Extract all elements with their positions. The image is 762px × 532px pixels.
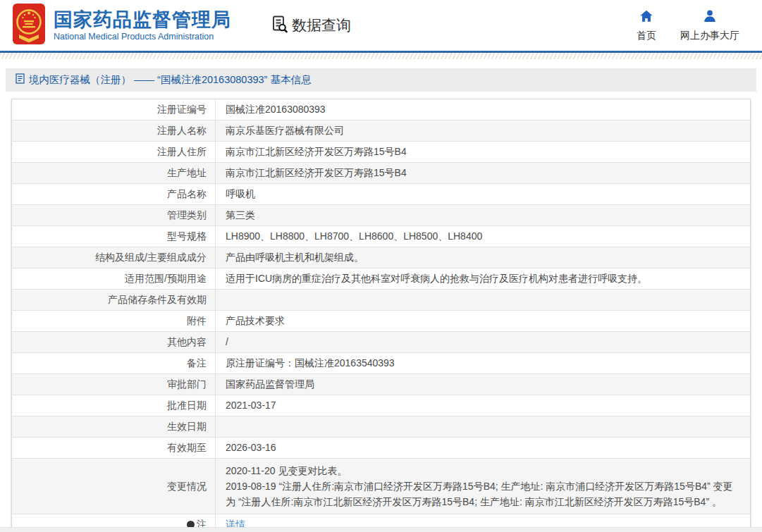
row-value: 适用于ICU病房的重症治疗及其他科室对呼衰病人的抢救与治疗及医疗机构对患者进行呼… [216, 268, 751, 290]
table-row: 产品名称 呼吸机 [12, 184, 751, 205]
table-row: 注册证编号 国械注准20163080393 [12, 99, 751, 120]
row-value: 第三类 [216, 205, 751, 226]
table-row: 产品储存条件及有效期 [12, 290, 751, 311]
table-row: 适用范围/预期用途 适用于ICU病房的重症治疗及其他科室对呼衰病人的抢救与治疗及… [12, 268, 751, 290]
data-query-icon [270, 15, 289, 37]
nav-home[interactable]: 首页 [637, 8, 656, 42]
table-row: 附件 产品技术要求 [12, 311, 751, 332]
row-value [216, 290, 751, 311]
row-value: 呼吸机 [216, 184, 751, 205]
row-label: 管理类别 [167, 209, 207, 221]
row-value: 南京市江北新区经济开发区万寿路15号B4 [216, 163, 751, 184]
row-label: 结构及组成/主要组成成分 [95, 252, 207, 263]
table-row: 注册人住所 南京市江北新区经济开发区万寿路15号B4 [12, 142, 751, 163]
row-value: / [216, 332, 751, 353]
row-value: 南京乐基医疗器械有限公司 [216, 120, 751, 142]
registration-info-table-wrap: 注册证编号 国械注准20163080393 注册人名称 南京乐基医疗器械有限公司… [11, 99, 751, 532]
table-row: 其他内容 / [12, 332, 751, 353]
row-label: 生效日期 [167, 421, 207, 432]
table-row: 注册人名称 南京乐基医疗器械有限公司 [12, 120, 751, 142]
row-value: 2020-11-20 见变更对比表。 2019-08-19 “注册人住所:南京市… [216, 459, 751, 514]
row-label: 备注 [187, 357, 207, 369]
agency-title-cn: 国家药品监督管理局 [54, 9, 231, 30]
table-row: 备注 原注册证编号：国械注准20163540393 [12, 353, 751, 374]
row-value: 国械注准20163080393 [216, 99, 751, 120]
table-row: 批准日期 2021-03-17 [12, 395, 751, 416]
decorative-stripe-band [0, 53, 762, 59]
row-label: 其他内容 [167, 336, 207, 347]
row-value: 产品技术要求 [216, 311, 751, 332]
row-label: 产品名称 [167, 188, 207, 199]
row-label: 批准日期 [167, 400, 207, 411]
row-label: 审批部门 [167, 378, 207, 390]
row-label: 适用范围/预期用途 [125, 273, 207, 284]
footer-strip [0, 527, 762, 532]
row-label: 注册人住所 [157, 146, 207, 157]
row-value: 产品由呼吸机主机和机架组成。 [216, 247, 751, 268]
header-nav: 首页 网上办事大厅 [637, 8, 739, 42]
row-value: 2026-03-16 [216, 438, 751, 459]
table-row: 结构及组成/主要组成成分 产品由呼吸机主机和机架组成。 [12, 247, 751, 268]
row-value: 原注册证编号：国械注准20163540393 [216, 353, 751, 374]
row-label: 产品储存条件及有效期 [108, 294, 207, 305]
header: 国家药品监督管理局 National Medical Products Admi… [0, 0, 762, 53]
user-icon [702, 8, 718, 27]
table-row: 有效期至 2026-03-16 [12, 438, 751, 459]
table-row: 生效日期 [12, 416, 751, 438]
row-value [216, 416, 751, 438]
agency-logo: 国家药品监督管理局 National Medical Products Admi… [13, 4, 231, 47]
nav-service-hall[interactable]: 网上办事大厅 [680, 8, 739, 42]
table-row: 变更情况 2020-11-20 见变更对比表。 2019-08-19 “注册人住… [12, 459, 751, 514]
data-query-nav[interactable]: 数据查询 [270, 15, 351, 37]
row-value: LH8900、LH8800、LH8700、LH8600、LH8500、LH840… [216, 226, 751, 247]
table-row: 管理类别 第三类 [12, 205, 751, 226]
nav-home-label: 首页 [637, 30, 656, 42]
table-row: 审批部门 国家药品监督管理局 [12, 374, 751, 395]
agency-title-en: National Medical Products Administration [54, 32, 231, 42]
home-icon [639, 8, 654, 27]
row-value: 2021-03-17 [216, 395, 751, 416]
row-label: 变更情况 [167, 481, 207, 492]
row-label: 型号规格 [167, 230, 207, 242]
row-value: 南京市江北新区经济开发区万寿路15号B4 [216, 142, 751, 163]
row-label: 注册证编号 [157, 104, 207, 115]
registration-info-table: 注册证编号 国械注准20163080393 注册人名称 南京乐基医疗器械有限公司… [11, 99, 751, 532]
row-label: 注册人名称 [157, 125, 207, 136]
data-query-label: 数据查询 [292, 16, 351, 35]
document-icon [16, 73, 25, 87]
nav-service-hall-label: 网上办事大厅 [680, 30, 739, 42]
row-label: 附件 [187, 315, 207, 326]
table-row: 型号规格 LH8900、LH8800、LH8700、LH8600、LH8500、… [12, 226, 751, 247]
table-row: 生产地址 南京市江北新区经济开发区万寿路15号B4 [12, 163, 751, 184]
row-label: 有效期至 [167, 442, 207, 453]
row-value: 国家药品监督管理局 [216, 374, 751, 395]
national-emblem-icon [13, 4, 45, 47]
breadcrumb: 境内医疗器械（注册） —— “国械注准20163080393” 基本信息 [6, 68, 756, 92]
breadcrumb-text: 境内医疗器械（注册） —— “国械注准20163080393” 基本信息 [29, 73, 311, 87]
agency-title-block: 国家药品监督管理局 National Medical Products Admi… [54, 9, 231, 42]
row-label: 生产地址 [167, 167, 207, 178]
